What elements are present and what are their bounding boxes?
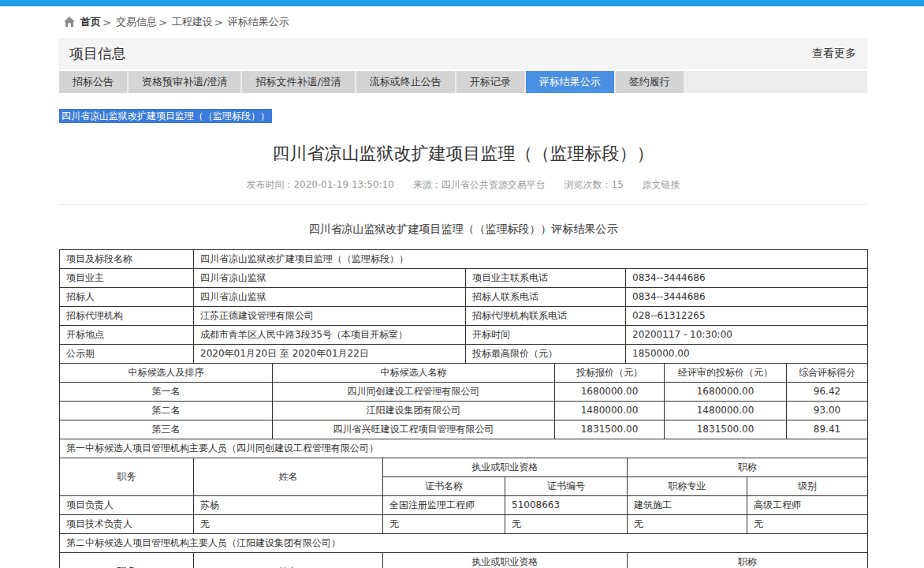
view-count: 浏览次数：15: [564, 179, 624, 190]
col-header-name: 中标候选人名称: [273, 364, 555, 383]
breadcrumb-item-engineering[interactable]: 工程建设: [172, 15, 213, 29]
publish-time: 发布时间：2020-01-19 13:50:10: [246, 179, 393, 190]
view-more-link[interactable]: 查看更多: [812, 47, 856, 61]
info-value: 四川省凉山监狱改扩建项目监理（（监理标段））: [194, 250, 868, 269]
candidate-bid: 1680000.00: [555, 383, 665, 402]
info-label: 开标时间: [466, 326, 626, 345]
candidate-evaluated: 1831500.00: [665, 420, 787, 439]
col-header-bid: 投标报价（元）: [555, 364, 665, 383]
table-row: 第一名 四川同创建设工程管理有限公司 1680000.00 1680000.00…: [60, 383, 868, 402]
tab-bid-announcement[interactable]: 招标公告: [59, 71, 127, 93]
project-link-selected[interactable]: 四川省凉山监狱改扩建项目监理（（监理标段））: [59, 109, 272, 123]
info-value: 1850000.00: [626, 345, 868, 364]
person-name: 无: [194, 515, 383, 534]
person-level: 无: [747, 515, 868, 534]
person-cert-name: 无: [383, 515, 505, 534]
candidate-score: 89.41: [787, 420, 868, 439]
col-header-duty: 职务: [60, 553, 194, 568]
personnel-table-first-candidate: 第一中标候选人项目管理机构主要人员（四川同创建设工程管理有限公司） 职务 姓名 …: [59, 439, 868, 534]
section-title-row: 第一中标候选人项目管理机构主要人员（四川同创建设工程管理有限公司）: [60, 439, 868, 458]
col-header-level: 级别: [747, 477, 868, 496]
table-row: 项目及标段名称 四川省凉山监狱改扩建项目监理（（监理标段））: [60, 250, 868, 269]
table-header-row: 职务 姓名 执业或职业资格 职称: [60, 553, 868, 568]
top-blue-strip: [0, 0, 924, 6]
info-value: 四川省凉山监狱: [194, 269, 466, 288]
table-header-row: 中标候选人及排序 中标候选人名称 投标报价（元） 经评审的投标价（元） 综合评标…: [60, 364, 868, 383]
info-value: 20200117 - 10:30:00: [626, 326, 868, 345]
col-header-qualification-group: 执业或职业资格: [383, 553, 628, 568]
col-header-duty: 职务: [60, 458, 194, 496]
candidate-bid: 1831500.00: [555, 420, 665, 439]
info-label: 公示期: [60, 345, 194, 364]
person-cert-no: 51008663: [505, 496, 628, 515]
person-duty: 项目技术负责人: [60, 515, 194, 534]
col-header-major: 职称专业: [628, 477, 747, 496]
breadcrumb-item-trade-info[interactable]: 交易信息: [116, 15, 157, 29]
info-label: 招标代理机构: [60, 307, 194, 326]
info-value: 0834--3444686: [626, 269, 868, 288]
tab-bid-opening-record[interactable]: 开标记录: [456, 71, 524, 93]
table-row: 招标人 四川省凉山监狱 招标人联系电话 0834--3444686: [60, 288, 868, 307]
info-label: 招标代理机构联系电话: [466, 307, 626, 326]
candidate-rank: 第二名: [60, 402, 273, 420]
tab-evaluation-result[interactable]: 评标结果公示: [526, 71, 614, 93]
table-row: 项目技术负责人 无 无 无 无 无: [60, 515, 868, 534]
person-level: 高级工程师: [747, 496, 868, 515]
info-value: 江苏正德建设管理有限公司: [194, 307, 466, 326]
origin-link[interactable]: 原文链接: [643, 179, 680, 190]
info-label: 项目及标段名称: [60, 250, 194, 269]
info-label: 投标最高限价（元）: [466, 345, 626, 364]
main-content: 项目信息 查看更多 招标公告 资格预审补遗/澄清 招标文件补遗/澄清 流标或终止…: [59, 38, 867, 568]
page-title: 项目信息: [69, 44, 126, 63]
col-header-score: 综合评标得分: [787, 364, 868, 383]
person-cert-name: 全国注册监理工程师: [383, 496, 505, 515]
candidate-name: 江阳建设集团有限公司: [273, 402, 555, 420]
tab-failed-or-terminated[interactable]: 流标或终止公告: [356, 71, 455, 93]
personnel-table-second-candidate: 第二中标候选人项目管理机构主要人员（江阳建设集团有限公司） 职务 姓名 执业或职…: [59, 533, 868, 568]
person-cert-no: 无: [505, 515, 628, 534]
table-row: 项目业主 四川省凉山监狱 项目业主联系电话 0834--3444686: [60, 269, 868, 288]
col-header-title-group: 职称: [628, 458, 868, 477]
info-value: 028--61312265: [626, 307, 868, 326]
breadcrumb-home[interactable]: 首页: [80, 15, 101, 29]
table-header-row: 职务 姓名 执业或职业资格 职称: [60, 458, 868, 477]
table-row: 开标地点 成都市青羊区人民中路3段35号（本项目开标室） 开标时间 202001…: [60, 326, 868, 345]
table-row: 项目负责人 苏杨 全国注册监理工程师 51008663 建筑施工 高级工程师: [60, 496, 868, 515]
section-title-row: 第二中标候选人项目管理机构主要人员（江阳建设集团有限公司）: [60, 534, 868, 553]
candidate-rank: 第一名: [60, 383, 273, 402]
info-label: 开标地点: [60, 326, 194, 345]
info-value: 四川省凉山监狱: [194, 288, 466, 307]
source: 来源：四川省公共资源交易平台: [413, 179, 546, 190]
col-header-cert-no: 证书编号: [505, 477, 628, 496]
breadcrumb-item-result[interactable]: 评标结果公示: [228, 15, 289, 29]
candidate-bid: 1480000.00: [555, 402, 665, 420]
candidate-score: 93.00: [787, 402, 868, 420]
col-header-person-name: 姓名: [194, 458, 383, 496]
info-label: 项目业主: [60, 269, 194, 288]
panel-header: 项目信息 查看更多: [59, 38, 867, 69]
breadcrumb-separator: >: [102, 17, 111, 28]
person-major: 建筑施工: [628, 496, 747, 515]
candidate-rank: 第三名: [60, 420, 273, 439]
info-value: 2020年01月20日 至 2020年01月22日: [194, 345, 466, 364]
info-value: 0834--3444686: [626, 288, 868, 307]
col-header-rank: 中标候选人及排序: [60, 364, 273, 383]
info-label: 招标人联系电话: [466, 288, 626, 307]
section-title: 第二中标候选人项目管理机构主要人员（江阳建设集团有限公司）: [60, 534, 868, 553]
candidate-score: 96.42: [787, 383, 868, 402]
col-header-evaluated: 经评审的投标价（元）: [665, 364, 787, 383]
home-icon[interactable]: [63, 16, 76, 28]
article-title: 四川省凉山监狱改扩建项目监理（（监理标段））: [59, 142, 867, 166]
section-title: 第一中标候选人项目管理机构主要人员（四川同创建设工程管理有限公司）: [60, 439, 868, 458]
table-row: 第三名 四川省兴旺建设工程项目管理有限公司 1831500.00 1831500…: [60, 420, 868, 439]
tab-prequalification-clarify[interactable]: 资格预审补遗/澄清: [129, 71, 240, 93]
col-header-title-group: 职称: [628, 553, 868, 568]
col-header-cert-name: 证书名称: [383, 477, 505, 496]
col-header-person-name: 姓名: [194, 553, 383, 568]
candidate-name: 四川省兴旺建设工程项目管理有限公司: [273, 420, 555, 439]
table-row: 招标代理机构 江苏正德建设管理有限公司 招标代理机构联系电话 028--6131…: [60, 307, 868, 326]
tab-contract-performance[interactable]: 签约履行: [616, 71, 684, 93]
person-major: 无: [628, 515, 747, 534]
tab-bid-doc-clarify[interactable]: 招标文件补遗/澄清: [242, 71, 354, 93]
candidates-table: 中标候选人及排序 中标候选人名称 投标报价（元） 经评审的投标价（元） 综合评标…: [59, 363, 868, 439]
